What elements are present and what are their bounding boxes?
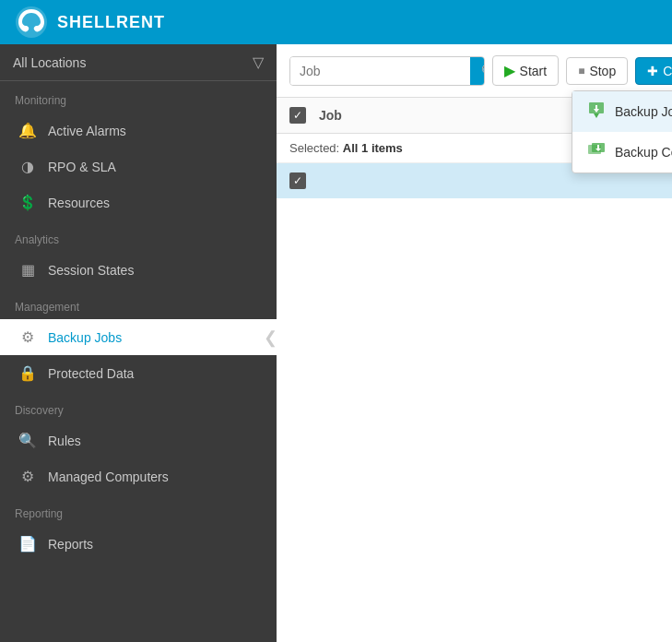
sidebar-item-managed-computers[interactable]: ⚙ Managed Computers bbox=[0, 458, 277, 494]
stop-button[interactable]: ■ Stop bbox=[566, 57, 628, 85]
search-box[interactable]: 🔍 bbox=[289, 56, 485, 86]
search-button[interactable]: 🔍 bbox=[470, 57, 485, 85]
sidebar-item-active-alarms[interactable]: 🔔 Active Alarms bbox=[0, 113, 277, 149]
sidebar-item-label: Rules bbox=[48, 434, 81, 448]
sidebar-item-label: Reports bbox=[48, 537, 93, 552]
dropdown-item-label: Backup Copy Job bbox=[615, 145, 672, 160]
sidebar-item-label: Resources bbox=[48, 196, 110, 210]
shellrent-logo-icon bbox=[15, 6, 48, 39]
start-button[interactable]: ▶ Start bbox=[492, 55, 560, 86]
sidebar-item-resources[interactable]: 💲 Resources bbox=[0, 184, 277, 220]
header: SHELLRENT bbox=[0, 0, 672, 44]
resources-icon: 💲 bbox=[18, 194, 37, 211]
sidebar-item-label: Protected Data bbox=[48, 366, 134, 381]
sidebar-item-reports[interactable]: 📄 Reports bbox=[0, 526, 277, 562]
section-management: Management ⚙ Backup Jobs 🔒 Protected Dat… bbox=[0, 288, 277, 391]
location-selector[interactable]: All Locations ▽ bbox=[0, 44, 277, 81]
sidebar-item-backup-jobs[interactable]: ⚙ Backup Jobs bbox=[0, 319, 277, 355]
sidebar: All Locations ▽ Monitoring 🔔 Active Alar… bbox=[0, 44, 277, 642]
create-job-label: Create Job bbox=[663, 64, 672, 78]
sidebar-item-label: Active Alarms bbox=[48, 124, 126, 138]
header-checkbox-col: ✓ bbox=[289, 107, 319, 124]
sidebar-item-label: Session States bbox=[48, 263, 134, 278]
logo-container: SHELLRENT bbox=[15, 6, 165, 39]
create-job-button[interactable]: ✚ Create Job ▾ bbox=[635, 57, 672, 85]
managed-icon: ⚙ bbox=[18, 468, 37, 485]
backup-job-icon bbox=[587, 101, 606, 123]
section-monitoring-label: Monitoring bbox=[0, 81, 277, 113]
rpo-icon: ◑ bbox=[18, 158, 37, 175]
section-monitoring: Monitoring 🔔 Active Alarms ◑ RPO & SLA 💲… bbox=[0, 81, 277, 220]
row-checkbox[interactable]: ✓ bbox=[289, 172, 306, 189]
session-icon: ▦ bbox=[18, 261, 37, 279]
sidebar-item-rpo-sla[interactable]: ◑ RPO & SLA bbox=[0, 149, 277, 184]
plus-icon: ✚ bbox=[647, 64, 658, 78]
section-discovery-label: Discovery bbox=[0, 391, 277, 422]
header-checkbox[interactable]: ✓ bbox=[293, 109, 302, 122]
create-job-dropdown: Backup Job Backup Copy Job bbox=[572, 90, 672, 173]
section-discovery: Discovery 🔍 Rules ⚙ Managed Computers bbox=[0, 391, 277, 494]
play-icon: ▶ bbox=[504, 62, 515, 79]
sidebar-item-label: RPO & SLA bbox=[48, 160, 116, 174]
row-checkbox-col: ✓ bbox=[289, 172, 319, 189]
section-reporting: Reporting 📄 Reports bbox=[0, 494, 277, 562]
section-analytics: Analytics ▦ Session States bbox=[0, 220, 277, 288]
sidebar-item-rules[interactable]: 🔍 Rules bbox=[0, 422, 277, 458]
sidebar-item-session-states[interactable]: ▦ Session States bbox=[0, 252, 277, 288]
content-area: 🔍 ▶ Start ■ Stop ✚ Create Job ▾ ✏ bbox=[277, 44, 672, 642]
search-input[interactable] bbox=[290, 57, 470, 85]
dropdown-item-backup-job[interactable]: Backup Job bbox=[572, 91, 672, 132]
rules-icon: 🔍 bbox=[18, 432, 37, 449]
bell-icon: 🔔 bbox=[18, 122, 37, 139]
stop-icon: ■ bbox=[578, 65, 584, 77]
app-title: SHELLRENT bbox=[57, 13, 165, 32]
svg-marker-2 bbox=[594, 113, 599, 118]
col-header-job: Job bbox=[319, 108, 342, 123]
lock-icon: 🔒 bbox=[18, 364, 37, 382]
gear-icon: ⚙ bbox=[18, 328, 37, 346]
search-icon: 🔍 bbox=[481, 64, 485, 78]
location-label: All Locations bbox=[13, 55, 86, 70]
sidebar-item-protected-data[interactable]: 🔒 Protected Data bbox=[0, 355, 277, 391]
reports-icon: 📄 bbox=[18, 535, 37, 553]
dropdown-item-backup-copy-job[interactable]: Backup Copy Job bbox=[572, 132, 672, 172]
dropdown-item-label: Backup Job bbox=[615, 104, 672, 119]
sidebar-item-label: Managed Computers bbox=[48, 470, 169, 484]
backup-copy-icon bbox=[587, 141, 606, 163]
toolbar: 🔍 ▶ Start ■ Stop ✚ Create Job ▾ ✏ bbox=[277, 44, 672, 98]
section-reporting-label: Reporting bbox=[0, 494, 277, 526]
section-analytics-label: Analytics bbox=[0, 220, 277, 252]
sidebar-item-label: Backup Jobs bbox=[48, 330, 122, 345]
filter-icon[interactable]: ▽ bbox=[253, 54, 264, 71]
start-label: Start bbox=[520, 64, 548, 78]
section-management-label: Management bbox=[0, 288, 277, 319]
main-layout: All Locations ▽ Monitoring 🔔 Active Alar… bbox=[0, 44, 672, 642]
stop-label: Stop bbox=[589, 64, 616, 78]
selected-count: All 1 items bbox=[343, 141, 403, 155]
